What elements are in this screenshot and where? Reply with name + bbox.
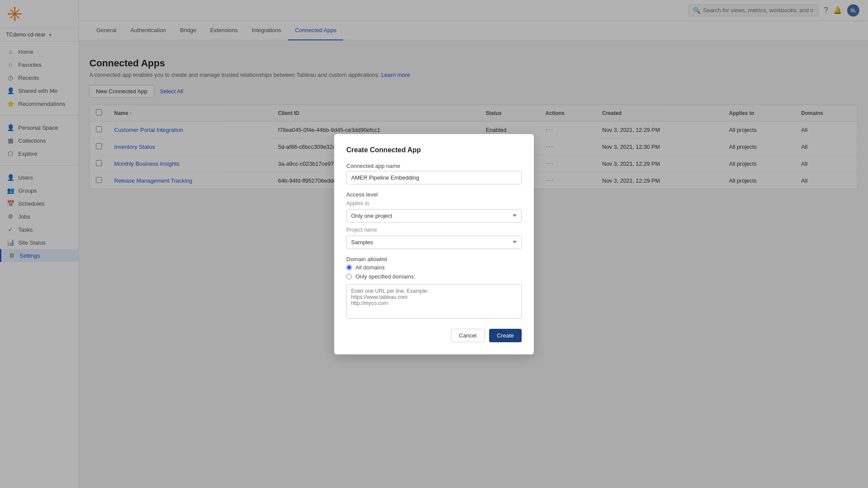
- create-connected-app-modal: Create Connected App Connected app name …: [334, 134, 534, 354]
- modal-footer: Cancel Create: [346, 329, 522, 342]
- domain-allowlist-group: Domain allowlist All domains Only specif…: [346, 256, 522, 320]
- app-name-label: Connected app name: [346, 163, 522, 169]
- create-button[interactable]: Create: [489, 329, 522, 342]
- project-name-select[interactable]: Samples: [346, 236, 522, 249]
- modal-title: Create Connected App: [346, 146, 522, 154]
- specified-domains-radio-label[interactable]: Only specified domains:: [346, 273, 522, 280]
- all-domains-radio-label[interactable]: All domains: [346, 264, 522, 271]
- applies-to-select[interactable]: Only one project All projects: [346, 209, 522, 223]
- project-name-sublabel: Project name: [346, 227, 522, 233]
- domain-allowlist-label: Domain allowlist: [346, 256, 522, 262]
- access-level-label: Access level: [346, 191, 522, 198]
- applies-to-sublabel: Applies to: [346, 200, 522, 206]
- all-domains-text: All domains: [355, 264, 385, 271]
- domain-radio-group: All domains Only specified domains:: [346, 264, 522, 280]
- app-name-input[interactable]: [346, 171, 522, 184]
- access-level-group: Access level Applies to Only one project…: [346, 191, 522, 249]
- project-name-group: Project name Samples: [346, 227, 522, 249]
- cancel-button[interactable]: Cancel: [451, 329, 485, 342]
- domain-textarea[interactable]: [346, 284, 522, 319]
- modal-overlay[interactable]: Create Connected App Connected app name …: [0, 0, 868, 488]
- specified-domains-radio[interactable]: [346, 274, 352, 279]
- specified-domains-text: Only specified domains:: [355, 273, 415, 280]
- access-section: Applies to Only one project All projects: [346, 200, 522, 223]
- app-name-group: Connected app name: [346, 163, 522, 184]
- all-domains-radio[interactable]: [346, 265, 352, 270]
